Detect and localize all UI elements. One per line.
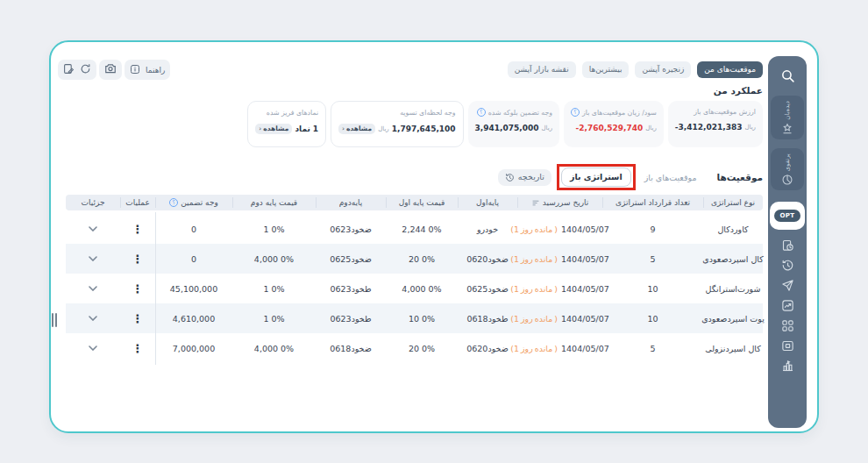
stat-card-4: نمادهای فریز شدهنماد1›مشاهده bbox=[247, 101, 326, 147]
stat-value: -3,412,021,383 bbox=[675, 123, 743, 132]
view-button[interactable]: ›مشاهده bbox=[255, 124, 292, 134]
journal-edit-icon[interactable] bbox=[63, 61, 75, 78]
stat-value: نماد1 bbox=[295, 125, 318, 133]
column-header-5[interactable]: پایه‌دوم bbox=[316, 195, 386, 210]
cell-strategy-type: شورت‌استرانگل bbox=[703, 284, 763, 294]
stat-card-0: ارزش موقعیت‌های بازریال-3,412,021,383 bbox=[668, 101, 763, 147]
cell-base2: ضخود0623 bbox=[316, 224, 386, 234]
cell-strategy-type: کال اسپردصعودی bbox=[703, 254, 763, 264]
refresh-icon[interactable] bbox=[80, 61, 91, 78]
column-header-2[interactable]: تاریخ سررسید bbox=[517, 195, 602, 210]
sidebar-active-item[interactable]: OPT bbox=[770, 202, 805, 230]
table-row-1: کال اسپردصعودی51404/05/07(ماندهروز1)ضخود… bbox=[66, 244, 763, 274]
top-tab-3[interactable]: نقشه بازار آپشن bbox=[508, 61, 576, 78]
stat-card-2: وجه تضمین بلوکه شده؟ریال3,941,075,000 bbox=[468, 101, 559, 147]
cell-base2-price: 1 0% bbox=[232, 224, 316, 234]
cell-base1: ضخود0620 bbox=[458, 344, 517, 353]
cell-contract-count: 5 bbox=[602, 344, 703, 353]
sort-icon bbox=[531, 199, 540, 207]
cell-operations: ⋮ bbox=[120, 253, 155, 265]
cell-details bbox=[66, 286, 120, 291]
column-header-9[interactable]: جزئیات bbox=[66, 195, 120, 210]
kebab-menu-icon[interactable]: ⋮ bbox=[132, 343, 144, 354]
column-header-6[interactable]: قیمت پایه دوم bbox=[232, 195, 316, 210]
sidebar-item-chart-box[interactable] bbox=[781, 299, 794, 312]
stat-value: -2,760,529,740 bbox=[576, 124, 644, 132]
kebab-menu-icon[interactable]: ⋮ bbox=[132, 224, 144, 235]
opt-badge: OPT bbox=[774, 210, 800, 222]
cell-base2-price: 1 0% bbox=[232, 314, 316, 324]
question-info-icon[interactable]: ؟ bbox=[571, 108, 580, 117]
positions-title: موقعیت‌ها bbox=[716, 172, 763, 182]
table-row-3: پوت اسپردصعودی101404/05/07(ماندهروز1)طخو… bbox=[66, 303, 763, 333]
positions-tab-1[interactable]: استراتژی باز bbox=[561, 167, 631, 187]
cell-details bbox=[66, 226, 120, 232]
question-info-icon[interactable]: ؟ bbox=[477, 108, 486, 117]
cell-base1-price: 20 0% bbox=[386, 254, 458, 264]
sidebar-item-grid[interactable] bbox=[781, 319, 794, 332]
cell-base1: خودرو bbox=[458, 224, 517, 234]
kebab-menu-icon[interactable]: ⋮ bbox=[132, 253, 144, 265]
chevron-down-icon[interactable] bbox=[89, 286, 97, 291]
cell-operations: ⋮ bbox=[120, 283, 155, 295]
top-tab-2[interactable]: بیشترین‌ها bbox=[582, 61, 630, 78]
column-header-3[interactable]: پایه‌اول bbox=[458, 195, 517, 210]
sidebar-tab-1[interactable]: پرتفوی bbox=[771, 148, 804, 190]
performance-title: عملکرد من bbox=[714, 85, 763, 96]
help-button[interactable]: راهنما bbox=[125, 60, 170, 80]
top-tabs: موقعیت‌های منزنجیره آپشنبیشترین‌هانقشه ب… bbox=[508, 61, 763, 78]
chevron-down-icon[interactable] bbox=[89, 316, 97, 321]
cell-margin: 7,000,000 bbox=[155, 344, 232, 353]
cell-base1-price: 10 0% bbox=[386, 314, 458, 324]
cell-strategy-type: پوت اسپردصعودی bbox=[703, 314, 763, 324]
cell-base1: طخود0618 bbox=[458, 314, 517, 324]
sidebar-item-podium[interactable] bbox=[781, 360, 794, 373]
screenshot-button[interactable] bbox=[99, 60, 122, 80]
cell-base1-price: 2,244 0% bbox=[386, 224, 458, 234]
resize-handle[interactable] bbox=[52, 313, 57, 327]
chevron-down-icon[interactable] bbox=[89, 226, 97, 232]
column-header-4[interactable]: قیمت پایه اول bbox=[386, 195, 458, 210]
cell-due-date: 1404/05/07(ماندهروز1) bbox=[517, 314, 602, 324]
chevron-down-icon[interactable] bbox=[89, 345, 97, 351]
top-tab-1[interactable]: زنجیره آپشن bbox=[635, 61, 691, 78]
kebab-menu-icon[interactable]: ⋮ bbox=[132, 313, 144, 324]
column-header-1[interactable]: تعداد قرارداد استراتژی bbox=[602, 195, 703, 210]
chevron-icon: › bbox=[342, 125, 345, 132]
question-info-icon[interactable]: ؟ bbox=[169, 198, 178, 207]
stat-value: 3,941,075,000 bbox=[475, 124, 539, 132]
strategies-table: نوع استراتژیتعداد قرارداد استراتژیتاریخ … bbox=[66, 195, 763, 363]
table-row-2: شورت‌استرانگل101404/05/07(ماندهروز1)ضخود… bbox=[66, 274, 763, 303]
watchlist-icon bbox=[781, 123, 793, 135]
view-button[interactable]: ›مشاهده bbox=[338, 124, 375, 134]
clipboard-clock-icon bbox=[781, 239, 794, 252]
top-tab-0[interactable]: موقعیت‌های من bbox=[697, 61, 763, 78]
sidebar-item-clipboard-clock[interactable] bbox=[781, 239, 794, 252]
sidebar-item-send[interactable] bbox=[781, 279, 794, 292]
kebab-menu-icon[interactable]: ⋮ bbox=[132, 283, 144, 295]
search-icon[interactable] bbox=[780, 68, 795, 87]
toolbar-left: راهنما bbox=[58, 60, 170, 80]
camera-icon bbox=[104, 61, 117, 78]
stat-label: سود/ زیان موقعیت‌های باز bbox=[582, 109, 657, 117]
sidebar-tab-0[interactable]: دیده‌بان bbox=[771, 96, 804, 139]
pie-icon bbox=[781, 174, 793, 186]
highlight-annotation bbox=[557, 164, 636, 190]
currency-unit: ریال bbox=[542, 125, 553, 132]
panel-tools-button[interactable] bbox=[58, 60, 96, 80]
stat-label: ارزش موقعیت‌های باز bbox=[694, 108, 756, 116]
positions-tab-0[interactable]: موقعیت‌های باز bbox=[644, 173, 697, 182]
column-header-7[interactable]: وجه تضمین؟ bbox=[155, 195, 232, 210]
cell-base2: ضخود0625 bbox=[316, 254, 386, 264]
table-header: نوع استراتژیتعداد قرارداد استراتژیتاریخ … bbox=[66, 195, 763, 210]
sidebar-item-history-clock[interactable] bbox=[781, 259, 794, 272]
sidebar-item-screen[interactable] bbox=[781, 339, 794, 353]
cell-due-date: 1404/05/07(ماندهروز1) bbox=[517, 284, 602, 294]
positions-tab-2[interactable]: تاریخچه bbox=[498, 169, 551, 186]
chevron-down-icon[interactable] bbox=[89, 256, 97, 261]
cell-contract-count: 9 bbox=[602, 224, 703, 234]
positions-tabs-row: موقعیت‌ها موقعیت‌های بازاستراتژی بازتاری… bbox=[498, 164, 763, 190]
table-column-divider bbox=[155, 212, 156, 365]
column-header-0[interactable]: نوع استراتژی bbox=[703, 195, 763, 210]
column-header-8[interactable]: عملیات bbox=[120, 195, 155, 210]
